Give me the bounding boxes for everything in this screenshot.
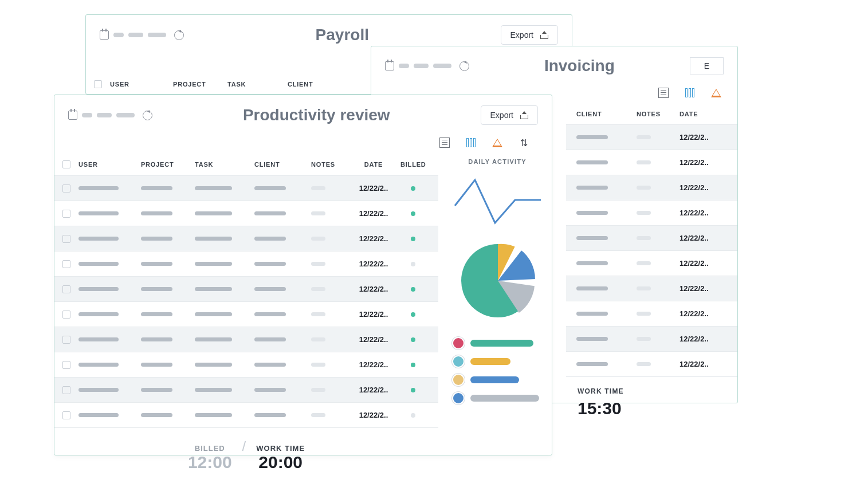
table-row[interactable]: 12/22/2..: [566, 226, 737, 251]
table-row[interactable]: 12/22/2..: [54, 226, 438, 252]
col-notes[interactable]: NOTES: [311, 161, 351, 168]
billed-dot: [411, 262, 415, 266]
col-date[interactable]: DATE: [351, 161, 396, 168]
col-task[interactable]: TASK: [227, 81, 288, 88]
user-placeholder: [78, 363, 119, 367]
date-cell: 12/22/2..: [351, 285, 396, 293]
date-range-picker[interactable]: [68, 111, 152, 120]
select-all-checkbox[interactable]: [62, 160, 70, 168]
task-placeholder: [195, 186, 232, 190]
table-row[interactable]: 12/22/2..: [566, 276, 737, 301]
client-placeholder: [254, 186, 286, 190]
pie-chart: [452, 235, 544, 327]
refresh-icon[interactable]: [174, 30, 184, 40]
user-activity-bar: [452, 392, 543, 404]
row-checkbox[interactable]: [62, 235, 70, 243]
client-placeholder: [254, 312, 286, 316]
row-checkbox[interactable]: [62, 361, 70, 369]
date-cell: 12/22/2..: [680, 209, 725, 217]
sort-icon[interactable]: ⇅: [519, 137, 529, 148]
table-row[interactable]: 12/22/2..: [54, 378, 438, 403]
row-checkbox[interactable]: [62, 386, 70, 394]
col-notes[interactable]: NOTES: [637, 111, 680, 117]
notes-placeholder: [637, 211, 651, 215]
row-checkbox[interactable]: [62, 210, 70, 218]
placeholder-pill: [148, 33, 166, 37]
col-client[interactable]: CLIENT: [576, 111, 637, 117]
table-row[interactable]: 12/22/2..: [566, 175, 737, 201]
notes-placeholder: [311, 237, 325, 241]
e-button[interactable]: E: [690, 57, 724, 74]
table-row[interactable]: 12/22/2..: [566, 352, 737, 377]
task-placeholder: [195, 211, 232, 215]
list-view-icon[interactable]: [658, 88, 669, 98]
table-row[interactable]: 12/22/2..: [566, 150, 737, 175]
row-checkbox[interactable]: [62, 260, 70, 268]
table-row[interactable]: 12/22/2..: [54, 352, 438, 378]
client-placeholder: [254, 237, 286, 241]
task-placeholder: [195, 363, 232, 367]
refresh-icon[interactable]: [459, 61, 469, 71]
table-row[interactable]: 12/22/2..: [54, 176, 438, 201]
table-row[interactable]: 12/22/2..: [54, 327, 438, 352]
table-row[interactable]: 12/22/2..: [54, 403, 438, 428]
list-view-icon[interactable]: [439, 137, 450, 148]
billed-dot: [411, 237, 415, 241]
export-button[interactable]: Export: [481, 105, 538, 125]
columns-icon[interactable]: [685, 88, 695, 98]
calendar-icon: [100, 30, 109, 40]
notes-placeholder: [637, 160, 651, 164]
col-billed[interactable]: BILLED: [396, 161, 430, 168]
date-cell: 12/22/2..: [680, 360, 725, 368]
placeholder-pill: [113, 33, 124, 37]
separator: /: [242, 438, 246, 454]
row-checkbox[interactable]: [62, 411, 70, 419]
notes-placeholder: [637, 261, 651, 265]
avatar: [452, 337, 465, 349]
user-placeholder: [78, 388, 119, 392]
client-placeholder: [576, 236, 608, 240]
date-cell: 12/22/2..: [351, 411, 396, 419]
col-user[interactable]: USER: [110, 81, 173, 88]
notes-placeholder: [311, 262, 325, 266]
table-row[interactable]: 12/22/2..: [54, 302, 438, 327]
col-project[interactable]: PROJECT: [141, 161, 195, 168]
date-range-picker[interactable]: [100, 30, 184, 40]
project-placeholder: [141, 211, 172, 215]
row-checkbox[interactable]: [62, 311, 70, 319]
col-task[interactable]: TASK: [195, 161, 254, 168]
table-row[interactable]: 12/22/2..: [54, 277, 438, 302]
date-cell: 12/22/2..: [351, 260, 396, 268]
row-checkbox[interactable]: [62, 184, 70, 192]
warning-icon[interactable]: [711, 88, 721, 98]
export-button[interactable]: Export: [501, 25, 558, 45]
client-placeholder: [254, 211, 286, 215]
date-range-picker[interactable]: [385, 61, 469, 71]
table-row[interactable]: 12/22/2..: [566, 327, 737, 352]
table-row[interactable]: 12/22/2..: [54, 252, 438, 277]
col-project[interactable]: PROJECT: [173, 81, 227, 88]
refresh-icon[interactable]: [143, 111, 152, 120]
export-label: Export: [510, 30, 533, 40]
table-header: CLIENT NOTES DATE: [566, 104, 737, 125]
table-row[interactable]: 12/22/2..: [566, 201, 737, 226]
placeholder-pill: [433, 64, 451, 68]
project-placeholder: [141, 388, 172, 392]
columns-icon[interactable]: [466, 137, 476, 148]
select-all-checkbox[interactable]: [94, 80, 102, 88]
placeholder-pill: [116, 113, 135, 117]
table-row[interactable]: 12/22/2..: [566, 301, 737, 327]
date-cell: 12/22/2..: [680, 335, 725, 343]
notes-placeholder: [311, 413, 325, 417]
row-checkbox[interactable]: [62, 336, 70, 344]
col-date[interactable]: DATE: [680, 111, 725, 117]
col-client[interactable]: CLIENT: [254, 161, 311, 168]
table-row[interactable]: 12/22/2..: [54, 201, 438, 226]
table-row[interactable]: 12/22/2..: [566, 251, 737, 276]
table-row[interactable]: 12/22/2..: [566, 125, 737, 150]
date-cell: 12/22/2..: [351, 310, 396, 319]
row-checkbox[interactable]: [62, 285, 70, 293]
col-client[interactable]: CLIENT: [288, 81, 379, 88]
warning-icon[interactable]: [492, 137, 502, 148]
col-user[interactable]: USER: [78, 161, 141, 168]
